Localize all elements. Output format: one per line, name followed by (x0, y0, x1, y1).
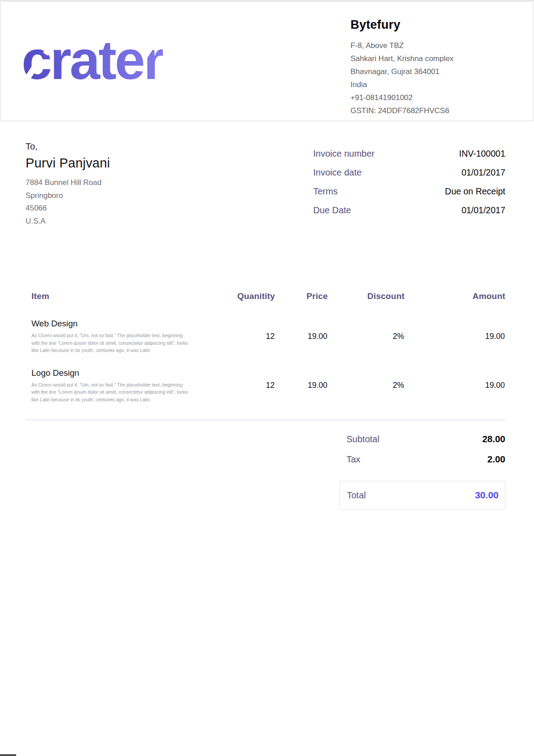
due-date-label: Due Date (313, 205, 351, 215)
company-gstin: GSTIN: 24DDF7682FHVCS6 (350, 104, 475, 117)
items-table: Item Quanitity Price Discount Amount Web… (26, 291, 505, 417)
customer-address-line: Springboro (26, 189, 110, 202)
company-name: Bytefury (350, 18, 475, 32)
table-row: Web Design As Cicero would put it, “Um, … (26, 318, 505, 368)
subtotal-row: Subtotal 28.00 (339, 434, 505, 444)
tax-row: Tax 2.00 (339, 454, 505, 465)
customer-address: 7884 Bunnel Hill Road Springboro 45066 U… (26, 176, 110, 228)
crater-logo: crater (22, 24, 163, 96)
invoice-number-value: INV-100001 (459, 149, 505, 159)
item-description-line: with the line “Lorem ipsum dolor sit ame… (31, 339, 217, 347)
table-bottom-divider (26, 419, 505, 420)
item-discount: 2% (328, 318, 404, 368)
customer-name: Purvi Panjvani (26, 156, 110, 171)
terms-row: Terms Due on Receipt (313, 186, 505, 197)
item-cell: Web Design As Cicero would put it, “Um, … (26, 318, 218, 368)
subtotal-label: Subtotal (346, 434, 379, 444)
company-phone: +91-08141901002 (350, 91, 475, 104)
column-header-discount: Discount (328, 291, 404, 318)
bill-to-label: To, (26, 141, 110, 152)
totals-block: Subtotal 28.00 Tax 2.00 Total 30.00 (339, 434, 505, 510)
company-address: F-8, Above TBZ Sahkari Hart, Krishna com… (350, 39, 475, 117)
item-description: As Cicero would put it, “Um, not so fast… (31, 332, 217, 354)
tax-value: 2.00 (487, 454, 505, 465)
crater-logo-text: crater (22, 30, 163, 91)
table-row: Logo Design As Cicero would put it, “Um,… (26, 368, 505, 417)
company-address-line: India (350, 78, 475, 91)
column-header-amount: Amount (404, 291, 505, 318)
total-label: Total (347, 490, 366, 501)
item-description-line: As Cicero would put it, “Um, not so fast… (31, 381, 217, 389)
item-amount: 19.00 (404, 368, 505, 417)
company-address-line: Sahkari Hart, Krishna complex (350, 52, 475, 65)
company-block: Bytefury F-8, Above TBZ Sahkari Hart, Kr… (350, 18, 475, 120)
item-amount: 19.00 (404, 318, 505, 368)
invoice-date-value: 01/01/2017 (461, 167, 505, 178)
invoice-date-row: Invoice date 01/01/2017 (313, 167, 505, 178)
customer-address-line: U.S.A (26, 215, 110, 228)
item-price: 19.00 (275, 318, 328, 368)
tax-label: Tax (346, 454, 360, 465)
item-name: Logo Design (31, 368, 217, 378)
due-date-value: 01/01/2017 (461, 205, 505, 215)
item-description-line: with the line “Lorem ipsum dolor sit ame… (31, 388, 217, 396)
invoice-number-label: Invoice number (313, 149, 375, 159)
item-price: 19.00 (275, 368, 328, 417)
item-name: Web Design (31, 319, 217, 329)
item-cell: Logo Design As Cicero would put it, “Um,… (26, 368, 218, 417)
terms-value: Due on Receipt (445, 186, 505, 197)
column-header-quantity: Quanitity (218, 291, 275, 318)
company-address-line: F-8, Above TBZ (350, 39, 475, 52)
item-quantity: 12 (218, 368, 275, 417)
item-quantity: 12 (218, 318, 275, 368)
subtotal-value: 28.00 (482, 434, 505, 444)
customer-address-line: 45066 (26, 202, 110, 215)
item-description: As Cicero would put it, “Um, not so fast… (31, 381, 217, 404)
item-description-line: As Cicero would put it, “Um, not so fast… (31, 332, 217, 339)
total-value: 30.00 (475, 490, 499, 501)
total-box: Total 30.00 (339, 481, 505, 510)
screen-edge-artifact (0, 754, 16, 756)
due-date-row: Due Date 01/01/2017 (313, 205, 505, 215)
invoice-meta-block: Invoice number INV-100001 Invoice date 0… (313, 149, 505, 228)
item-discount: 2% (328, 368, 404, 417)
column-header-price: Price (275, 291, 328, 318)
terms-label: Terms (313, 186, 337, 197)
item-description-line: like Latin because in its youth, centuri… (31, 396, 217, 404)
invoice-number-row: Invoice number INV-100001 (313, 149, 505, 159)
parties-section: To, Purvi Panjvani 7884 Bunnel Hill Road… (0, 121, 534, 228)
company-address-line: Bhavnagar, Gujrat 364001 (350, 65, 475, 78)
customer-address-line: 7884 Bunnel Hill Road (26, 176, 110, 189)
item-description-line: like Latin because in its youth, centuri… (31, 347, 217, 354)
items-table-header-row: Item Quanitity Price Discount Amount (26, 291, 505, 318)
invoice-header: crater Bytefury F-8, Above TBZ Sahkari H… (0, 0, 534, 121)
bill-to-block: To, Purvi Panjvani 7884 Bunnel Hill Road… (26, 141, 110, 228)
column-header-item: Item (26, 291, 218, 318)
invoice-date-label: Invoice date (313, 167, 362, 178)
